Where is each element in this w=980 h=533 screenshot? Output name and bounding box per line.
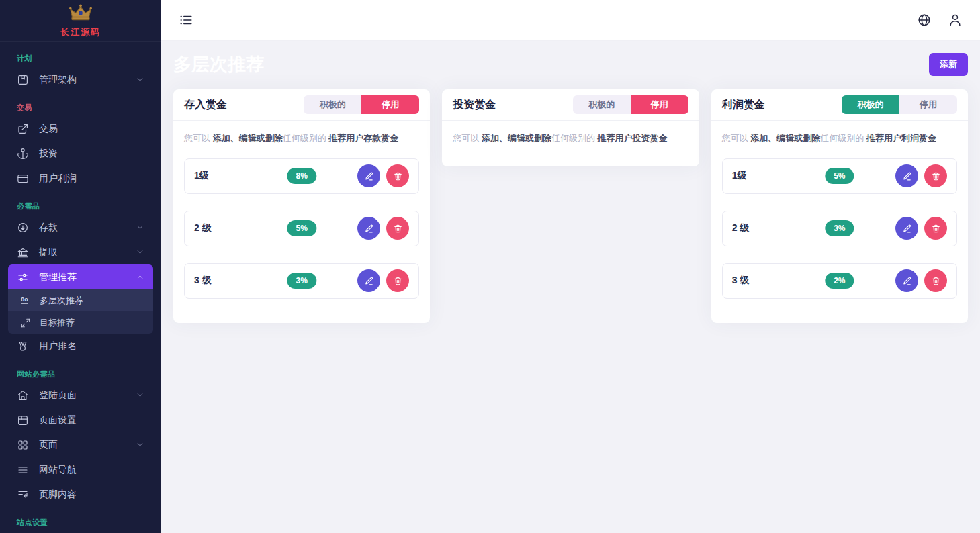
user-icon[interactable] <box>948 13 963 28</box>
numeric-levels-icon: 0o <box>20 295 31 306</box>
invest-bonus-card: 投资赏金 积极的 停用 您可以 添加、编辑或删除任何级别的 推荐用户投资赏金 <box>442 89 699 166</box>
chevron-down-icon <box>136 391 144 399</box>
sidebar-item-withdraw[interactable]: 提取 <box>0 240 161 264</box>
status-toggle: 积极的 停用 <box>573 95 688 114</box>
trash-icon <box>393 224 403 234</box>
percent-badge: 5% <box>287 220 316 236</box>
sidebar-item-footer-content[interactable]: 页脚内容 <box>0 482 161 507</box>
delete-button[interactable] <box>386 217 409 240</box>
delete-button[interactable] <box>924 164 947 187</box>
page-title: 多层次推荐 <box>173 52 264 77</box>
toggle-disabled-button[interactable]: 停用 <box>361 95 419 114</box>
sidebar-item-page-settings[interactable]: 页面设置 <box>0 407 161 432</box>
sidebar-subitem-label: 多层次推荐 <box>40 295 83 307</box>
section-essentials: 必需品 <box>0 201 161 211</box>
sidebar-item-trade[interactable]: 交易 <box>0 116 161 141</box>
topbar <box>161 0 980 41</box>
chevron-down-icon <box>136 223 144 232</box>
sidebar-toggle-list-icon[interactable] <box>179 13 193 28</box>
toggle-active-button[interactable]: 积极的 <box>573 95 631 114</box>
chevron-up-icon <box>136 273 144 281</box>
sidebar-item-manage-structure[interactable]: 管理架构 <box>0 67 161 92</box>
sidebar-item-label: 网站导航 <box>39 464 77 476</box>
medal-icon <box>17 340 29 352</box>
sidebar-item-label: 提取 <box>39 246 58 258</box>
edit-button[interactable] <box>357 269 380 292</box>
sidebar-subitem-multilevel-referral[interactable]: 0o 多层次推荐 <box>8 289 153 311</box>
bonus-cards: 存入赏金 积极的 停用 您可以 添加、编辑或删除任何级别的 推荐用户存款赏金 1… <box>173 89 968 323</box>
sidebar-item-user-ranking[interactable]: 用户排名 <box>0 334 161 358</box>
manage-referral-submenu: 0o 多层次推荐 目标推荐 <box>8 289 153 334</box>
menu-lines-icon <box>17 464 29 476</box>
logo-text: 长江源码 <box>60 26 101 38</box>
delete-button[interactable] <box>924 217 947 240</box>
sidebar-subitem-target-referral[interactable]: 目标推荐 <box>8 311 153 334</box>
chevron-down-icon <box>136 440 144 449</box>
toggle-disabled-button[interactable]: 停用 <box>899 95 957 114</box>
sidebar-item-landing-page[interactable]: 登陆页面 <box>0 383 161 407</box>
svg-text:0o: 0o <box>21 296 28 303</box>
pen-icon <box>364 276 374 286</box>
sidebar-item-label: 存款 <box>39 222 58 234</box>
toggle-disabled-button[interactable]: 停用 <box>631 95 688 114</box>
sidebar-item-label: 管理架构 <box>39 74 77 86</box>
section-site-settings: 站点设置 <box>0 518 161 528</box>
level-label: 3 级 <box>732 275 750 287</box>
pen-icon <box>902 276 912 286</box>
level-row: 2 级 3% <box>722 211 957 246</box>
level-label: 2 级 <box>732 222 750 234</box>
sidebar-item-manage-referral[interactable]: 管理推荐 <box>8 264 153 289</box>
level-row: 1级 8% <box>184 158 419 194</box>
card-description: 您可以 添加、编辑或删除任何级别的 推荐用户利润赏金 <box>722 132 957 145</box>
level-row: 1级 5% <box>722 158 957 194</box>
sidebar-item-label: 管理推荐 <box>39 271 77 283</box>
sidebar-item-deposit[interactable]: 存款 <box>0 215 161 240</box>
bookmark-square-icon <box>17 74 29 86</box>
grid-icon <box>17 439 29 451</box>
sidebar-subitem-label: 目标推荐 <box>40 317 75 329</box>
pen-icon <box>364 224 374 234</box>
level-row: 3 级 2% <box>722 263 957 299</box>
sidebar-item-invest[interactable]: 投资 <box>0 141 161 166</box>
sidebar-item-user-profit[interactable]: 用户利润 <box>0 166 161 191</box>
sidebar-nav: 计划 管理架构 交易 交易 投资 用户利润 必 <box>0 42 161 533</box>
edit-button[interactable] <box>895 217 918 240</box>
chevron-down-icon <box>136 75 144 84</box>
sidebar: 长江源码 计划 管理架构 交易 交易 投资 <box>0 0 161 533</box>
sidebar-item-pages[interactable]: 页面 <box>0 432 161 457</box>
trash-icon <box>931 171 941 181</box>
level-label: 2 级 <box>194 222 212 234</box>
toggle-active-button[interactable]: 积极的 <box>842 95 899 114</box>
delete-button[interactable] <box>386 164 409 187</box>
arrow-down-circle-icon <box>17 222 29 234</box>
section-site-essentials: 网站必需品 <box>0 369 161 379</box>
card-title: 投资赏金 <box>453 98 496 112</box>
delete-button[interactable] <box>386 269 409 292</box>
sidebar-item-label: 页脚内容 <box>39 489 77 501</box>
globe-icon[interactable] <box>917 13 932 28</box>
percent-badge: 5% <box>825 168 854 184</box>
sidebar-item-label: 页面设置 <box>39 414 77 426</box>
card-title: 存入赏金 <box>184 98 227 112</box>
delete-button[interactable] <box>924 269 947 292</box>
footer-content-icon <box>17 489 29 501</box>
pen-icon <box>902 171 912 181</box>
section-plan: 计划 <box>0 54 161 64</box>
edit-button[interactable] <box>357 164 380 187</box>
sidebar-item-site-nav[interactable]: 网站导航 <box>0 457 161 482</box>
status-toggle: 积极的 停用 <box>842 95 957 114</box>
sidebar-item-label: 登陆页面 <box>39 389 77 401</box>
logo[interactable]: 长江源码 <box>0 0 161 42</box>
edit-button[interactable] <box>357 217 380 240</box>
toggle-active-button[interactable]: 积极的 <box>304 95 361 114</box>
add-new-button[interactable]: 添新 <box>929 53 968 76</box>
expand-arrows-icon <box>20 318 31 328</box>
trash-icon <box>931 224 941 234</box>
card-description: 您可以 添加、编辑或删除任何级别的 推荐用户投资赏金 <box>453 132 688 145</box>
level-label: 1级 <box>194 170 209 182</box>
edit-button[interactable] <box>895 164 918 187</box>
level-row: 2 级 5% <box>184 211 419 246</box>
edit-button[interactable] <box>895 269 918 292</box>
sidebar-item-label: 用户利润 <box>39 173 77 185</box>
trash-icon <box>931 276 941 286</box>
